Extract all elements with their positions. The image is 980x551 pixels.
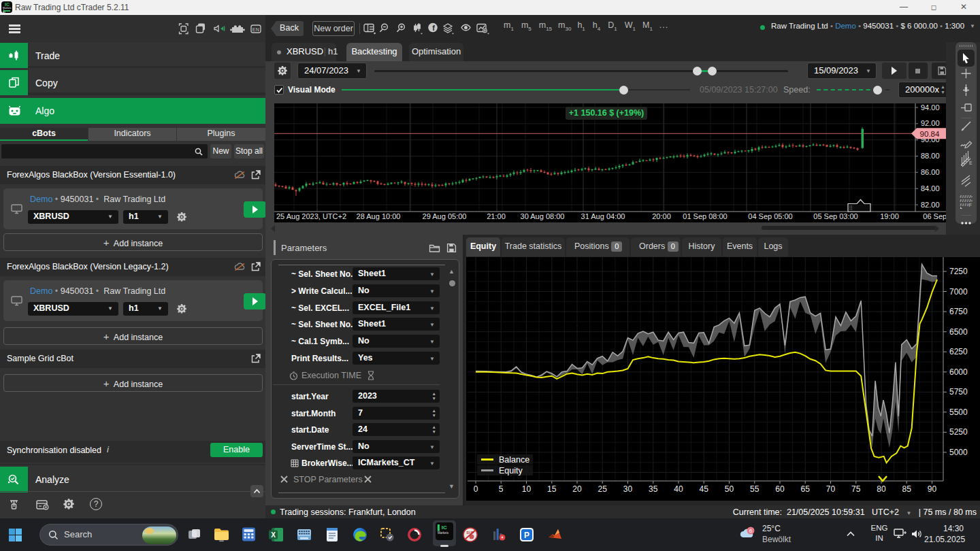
svg-text:7250: 7250 (949, 267, 968, 276)
svg-text:65: 65 (801, 484, 811, 494)
svg-text:40: 40 (674, 484, 683, 494)
svg-text:6000: 6000 (949, 367, 968, 377)
svg-text:21:00: 21:00 (487, 212, 506, 220)
svg-text:f: f (432, 24, 435, 32)
svg-text:15: 15 (547, 484, 557, 494)
svg-text:75: 75 (851, 484, 861, 494)
svg-text:50: 50 (725, 484, 734, 494)
svg-text:25: 25 (598, 484, 608, 494)
svg-text:6250: 6250 (949, 347, 968, 356)
svg-text:6: 6 (749, 528, 753, 534)
svg-text:45: 45 (700, 484, 709, 494)
svg-text:84.00: 84.00 (921, 184, 940, 193)
svg-text:31 Aug 04:00: 31 Aug 04:00 (581, 212, 625, 220)
svg-text:90.84: 90.84 (920, 130, 940, 138)
svg-text:10: 10 (522, 484, 532, 494)
svg-text:28 Aug 10:00: 28 Aug 10:00 (357, 212, 401, 220)
svg-text:70: 70 (826, 484, 836, 494)
svg-text:05 Sep 03:00: 05 Sep 03:00 (813, 212, 858, 220)
svg-text:94.00: 94.00 (921, 103, 940, 112)
svg-text:5: 5 (499, 484, 504, 494)
svg-text:30 Aug 08:00: 30 Aug 08:00 (521, 212, 565, 220)
svg-text:F: F (969, 202, 973, 208)
svg-text:82.00: 82.00 (921, 201, 940, 209)
svg-text:5500: 5500 (949, 407, 968, 417)
svg-text:06 Sep 06:0: 06 Sep 06:0 (923, 212, 946, 220)
svg-text:X: X (271, 531, 276, 539)
svg-text:25 Aug 2023, UTC+2: 25 Aug 2023, UTC+2 (276, 212, 346, 220)
svg-text:0: 0 (474, 484, 478, 494)
svg-text:88.00: 88.00 (921, 152, 940, 160)
svg-text:20: 20 (572, 484, 582, 494)
svg-text:6500: 6500 (949, 327, 968, 337)
svg-text:7000: 7000 (949, 287, 968, 297)
svg-text:Balance: Balance (499, 455, 529, 465)
svg-text:04 Sep 05:00: 04 Sep 05:00 (748, 212, 792, 220)
svg-text:20:00: 20:00 (652, 212, 671, 220)
svg-text:85: 85 (902, 484, 912, 494)
svg-text:55: 55 (750, 484, 760, 494)
svg-text:6750: 6750 (949, 307, 968, 316)
svg-text:60: 60 (775, 484, 785, 494)
svg-text:P: P (524, 531, 529, 540)
svg-text:E: E (969, 161, 973, 165)
svg-text:80: 80 (877, 484, 886, 494)
svg-text:86.00: 86.00 (921, 168, 940, 176)
svg-text:19:00: 19:00 (880, 212, 899, 220)
svg-text:92.00: 92.00 (921, 119, 940, 127)
svg-text:5750: 5750 (949, 387, 968, 397)
svg-text:5000: 5000 (949, 448, 968, 457)
svg-text:30: 30 (623, 484, 633, 494)
svg-text:01 Sep 08:00: 01 Sep 08:00 (683, 212, 727, 220)
svg-text:29 Aug 05:00: 29 Aug 05:00 (423, 212, 467, 220)
svg-text:90: 90 (928, 484, 937, 494)
svg-text:35: 35 (649, 484, 658, 494)
svg-text:Equity: Equity (499, 466, 523, 475)
svg-text:5250: 5250 (949, 427, 968, 437)
svg-text:EN: EN (252, 27, 260, 32)
